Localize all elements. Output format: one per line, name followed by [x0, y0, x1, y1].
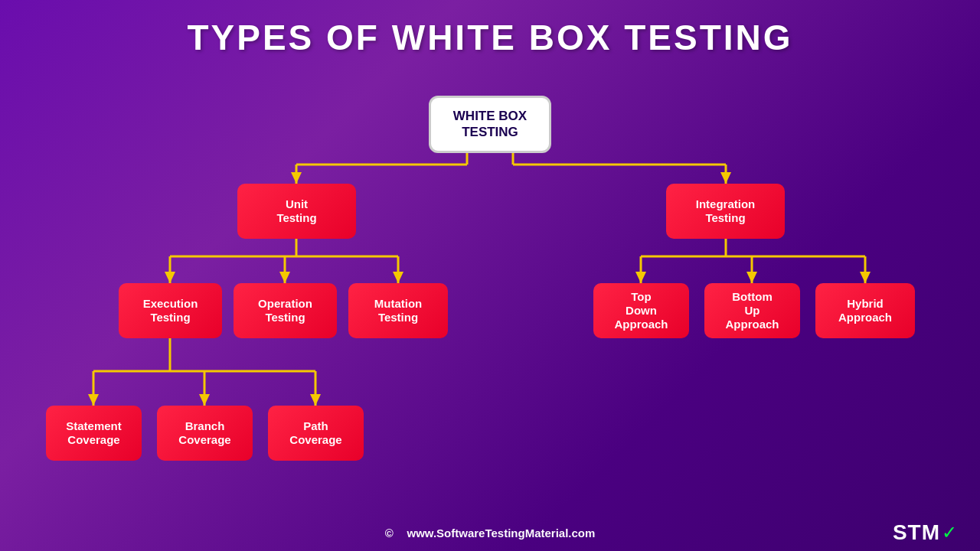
svg-marker-31 — [310, 394, 321, 406]
topdown-approach-node: Top Down Approach — [593, 283, 689, 338]
svg-marker-27 — [88, 394, 99, 406]
footer: © www.SoftwareTestingMaterial.com — [0, 527, 980, 540]
svg-marker-11 — [165, 272, 175, 283]
svg-marker-29 — [199, 394, 210, 406]
bottomup-approach-node: Bottom Up Approach — [704, 283, 800, 338]
mutation-testing-node: Mutation Testing — [348, 283, 448, 338]
svg-marker-13 — [279, 272, 290, 283]
website-url: www.SoftwareTestingMaterial.com — [407, 527, 595, 540]
logo-m: M — [922, 520, 940, 545]
execution-testing-node: Execution Testing — [119, 283, 222, 338]
path-coverage-node: Path Coverage — [268, 406, 364, 461]
svg-marker-15 — [393, 272, 403, 283]
svg-marker-21 — [746, 272, 757, 283]
svg-marker-19 — [635, 272, 646, 283]
svg-marker-23 — [860, 272, 871, 283]
branch-coverage-node: Branch Coverage — [157, 406, 253, 461]
logo-checkmark: ✓ — [942, 522, 957, 543]
svg-marker-7 — [720, 172, 731, 184]
hybrid-approach-node: Hybrid Approach — [815, 283, 915, 338]
logo-text: ST — [893, 520, 922, 545]
page-title: TYPES OF WHITE BOX TESTING — [0, 0, 980, 58]
integration-testing-node: Integration Testing — [666, 184, 785, 239]
operation-testing-node: Operation Testing — [234, 283, 337, 338]
footer-logo: ST M ✓ — [893, 520, 957, 545]
svg-marker-3 — [291, 172, 302, 184]
unit-testing-node: Unit Testing — [237, 184, 356, 239]
copyright-symbol: © — [385, 527, 394, 540]
root-node: WHITE BOX TESTING — [429, 96, 551, 153]
statement-coverage-node: Statement Coverage — [46, 406, 142, 461]
